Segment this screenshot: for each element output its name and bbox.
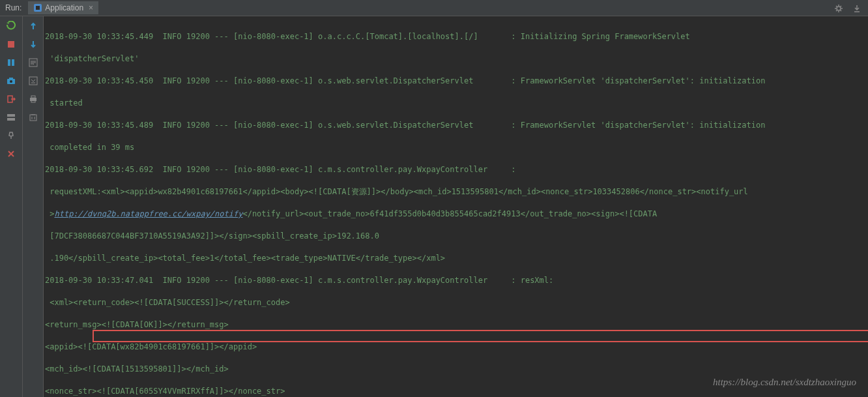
log-line: <mch_id><![CDATA[1513595801]]></mch_id>	[45, 364, 867, 375]
watermark-text: https://blog.csdn.net/sxdtzhaoxinguo	[713, 377, 856, 388]
svg-rect-5	[12, 59, 14, 66]
spring-icon	[33, 3, 42, 12]
svg-rect-1	[36, 6, 40, 10]
log-line: [7DCF38086687C044BF3710A5519A3A92]]></si…	[45, 231, 867, 242]
left-toolbar	[0, 16, 23, 397]
log-line: <appid><![CDATA[wx82b4901c68197661]]></a…	[45, 342, 867, 353]
log-line: <xml><return_code><![CDATA[SUCCESS]]></r…	[45, 297, 867, 308]
tab-label: Application	[45, 3, 83, 12]
log-line: >http://dvnq2b.natappfree.cc/wxpay/notif…	[45, 209, 867, 220]
console-toolbar	[23, 16, 44, 397]
camera-icon[interactable]	[5, 75, 17, 87]
svg-rect-10	[7, 114, 15, 117]
log-line: 2018-09-30 10:33:45.450 INFO 19200 --- […	[45, 76, 867, 87]
svg-rect-17	[30, 115, 36, 121]
pin-icon[interactable]	[5, 130, 17, 141]
clear-icon[interactable]	[27, 111, 39, 123]
log-line: 2018-09-30 10:33:45.449 INFO 19200 --- […	[45, 31, 867, 42]
exit-icon[interactable]	[5, 93, 17, 105]
scroll-to-end-icon[interactable]	[27, 75, 39, 87]
tab-application[interactable]: Application ×	[28, 1, 98, 14]
log-line: 2018-09-30 10:33:45.692 INFO 19200 --- […	[45, 164, 867, 175]
log-line: requestXML:<xml><appid>wx82b4901c6819766…	[45, 186, 867, 198]
svg-rect-16	[31, 100, 35, 102]
run-label: Run:	[5, 3, 22, 12]
stop-icon[interactable]	[5, 38, 17, 50]
wrap-icon[interactable]	[27, 57, 39, 68]
top-bar: Run: Application ×	[0, 0, 868, 16]
svg-rect-4	[8, 59, 10, 66]
layout-icon[interactable]	[5, 111, 17, 123]
close-icon[interactable]: ×	[89, 3, 93, 12]
main-area: 2018-09-30 10:33:45.449 INFO 19200 --- […	[0, 16, 868, 397]
download-icon[interactable]	[851, 3, 863, 14]
log-line: <return_msg><![CDATA[OK]]></return_msg>	[45, 319, 867, 331]
annotation-highlight-box	[93, 330, 868, 342]
log-line: completed in 39 ms	[45, 142, 867, 153]
log-line: 2018-09-30 10:33:45.489 INFO 19200 --- […	[45, 120, 867, 131]
svg-rect-15	[31, 96, 35, 98]
svg-rect-7	[9, 78, 13, 80]
close-panel-icon[interactable]	[5, 148, 17, 160]
gear-icon[interactable]	[833, 3, 845, 14]
svg-rect-3	[8, 41, 14, 48]
rerun-icon[interactable]	[5, 20, 17, 32]
svg-point-2	[837, 7, 841, 10]
pause-icon[interactable]	[5, 57, 17, 68]
svg-rect-11	[7, 118, 15, 121]
arrow-down-icon[interactable]	[27, 38, 39, 50]
log-line: started	[45, 98, 867, 109]
log-line: 'dispatcherServlet'	[45, 53, 867, 65]
log-line: .190</spbill_create_ip><total_fee>1</tot…	[45, 253, 867, 264]
print-icon[interactable]	[27, 93, 39, 105]
arrow-up-icon[interactable]	[27, 20, 39, 32]
svg-rect-13	[29, 77, 37, 85]
console-output[interactable]: 2018-09-30 10:33:45.449 INFO 19200 --- […	[44, 16, 868, 397]
svg-point-8	[10, 80, 12, 83]
notify-url-link[interactable]: http://dvnq2b.natappfree.cc/wxpay/notify	[54, 209, 242, 218]
log-line: 2018-09-30 10:33:47.041 INFO 19200 --- […	[45, 275, 867, 286]
